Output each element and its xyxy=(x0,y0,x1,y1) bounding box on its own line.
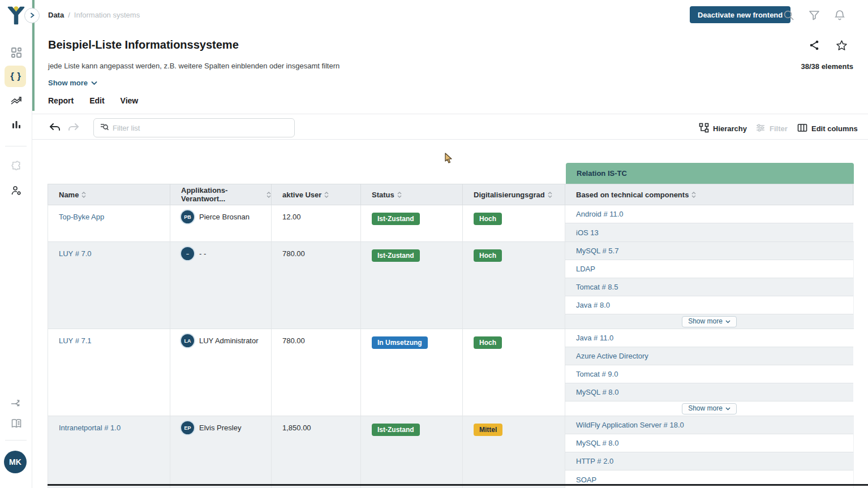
sort-icon[interactable] xyxy=(548,192,552,198)
component-link[interactable]: Azure Active Directory xyxy=(576,352,648,360)
column-header-name[interactable]: Name xyxy=(48,184,170,205)
sort-icon[interactable] xyxy=(81,192,86,198)
component-subrow: MySQL # 8.0 xyxy=(565,383,853,401)
components-show-more-row: Show more xyxy=(565,401,853,416)
sidebar-item-integrations[interactable] xyxy=(0,391,32,412)
chevron-down-icon xyxy=(725,317,731,325)
column-header-status[interactable]: Status xyxy=(361,184,463,205)
page-menu: Report Edit View xyxy=(48,96,138,105)
component-link[interactable]: iOS 13 xyxy=(576,228,599,237)
component-subrow: MySQL # 8.0 xyxy=(565,434,853,452)
menu-edit[interactable]: Edit xyxy=(89,96,104,105)
component-link[interactable]: HTTP # 2.0 xyxy=(576,457,613,465)
component-subrow: LDAP xyxy=(565,260,853,278)
split-arrow-icon xyxy=(10,396,23,407)
notification-bell-icon[interactable] xyxy=(833,9,846,21)
component-link[interactable]: Android # 11.0 xyxy=(576,210,624,218)
component-subrow: Tomcat # 9.0 xyxy=(565,365,853,383)
show-more-toggle[interactable]: Show more xyxy=(48,79,97,87)
sidebar-item-user-admin[interactable] xyxy=(0,180,32,201)
cell-components: MySQL # 5.7 LDAP Tomcat # 8.5 Java # 8.0… xyxy=(565,242,853,329)
user-settings-icon xyxy=(11,185,22,196)
search-icon[interactable] xyxy=(783,9,795,21)
global-filter-icon[interactable] xyxy=(808,9,820,21)
owner-avatar: EP xyxy=(181,421,194,434)
filter-list-field[interactable] xyxy=(93,118,295,137)
user-avatar[interactable]: MK xyxy=(4,451,27,473)
owner-avatar: PB xyxy=(181,210,194,223)
components-show-more-button[interactable]: Show more xyxy=(682,403,737,414)
column-header-based-on-technical-components[interactable]: Based on technical components xyxy=(565,184,853,205)
cell-active-users: 780.00 xyxy=(272,242,361,329)
column-header-digitalisierungsgrad[interactable]: Digitalisierungsgrad xyxy=(463,184,565,205)
cell-active-users: 12.00 xyxy=(272,205,361,241)
sort-icon[interactable] xyxy=(397,192,402,198)
component-link[interactable]: MySQL # 8.0 xyxy=(576,388,618,396)
table-row[interactable]: Intranetportal # 1.0 EPElvis Presley 1,8… xyxy=(48,416,854,488)
filter-label: Filter xyxy=(770,124,788,133)
name-link[interactable]: LUY # 7.1 xyxy=(59,336,92,345)
column-header-owner[interactable]: Applikations-Verantwort... xyxy=(170,184,272,205)
filter-list-input[interactable] xyxy=(113,124,289,132)
grad-badge: Hoch xyxy=(474,249,502,262)
component-link[interactable]: Java # 11.0 xyxy=(576,334,613,342)
cell-owner: PBPierce Brosnan xyxy=(170,205,272,241)
component-link[interactable]: LDAP xyxy=(576,265,595,273)
sort-icon[interactable] xyxy=(324,192,329,198)
sidebar-item-charts[interactable] xyxy=(0,114,32,136)
table-row[interactable]: LUY # 7.1 LALUY Administrator 780.00 In … xyxy=(48,329,854,416)
component-link[interactable]: MySQL # 5.7 xyxy=(576,247,618,255)
sidebar-expand-button[interactable] xyxy=(24,8,40,23)
breadcrumb-data[interactable]: Data xyxy=(48,11,64,19)
component-link[interactable]: SOAP xyxy=(576,476,596,484)
cell-status: Ist-Zustand xyxy=(361,205,463,241)
cell-components: WildFly Application Server # 18.0 MySQL … xyxy=(565,416,853,488)
component-link[interactable]: Tomcat # 8.5 xyxy=(576,283,618,291)
hierarchy-button[interactable]: Hierarchy xyxy=(699,122,747,135)
owner-name: Elvis Presley xyxy=(199,422,241,432)
undo-button[interactable] xyxy=(48,122,63,135)
favorite-star-icon[interactable] xyxy=(836,40,847,51)
table-row[interactable]: LUY # 7.0 –- - 780.00 Ist-Zustand Hoch M… xyxy=(48,242,854,329)
sidebar-item-dashboard[interactable] xyxy=(0,42,32,63)
status-badge: Ist-Zustand xyxy=(372,424,420,436)
hierarchy-icon xyxy=(699,123,709,135)
components-show-more-row: Show more xyxy=(565,314,853,329)
column-header-active-users[interactable]: aktive User xyxy=(272,184,361,205)
table-row[interactable]: Top-Byke App PBPierce Brosnan 12.00 Ist-… xyxy=(48,205,854,242)
component-link[interactable]: WildFly Application Server # 18.0 xyxy=(576,421,684,429)
avatar-initials: MK xyxy=(9,457,22,467)
name-link[interactable]: LUY # 7.0 xyxy=(59,249,92,258)
component-subrow: Android # 11.0 xyxy=(565,205,853,223)
menu-report[interactable]: Report xyxy=(48,96,74,105)
component-link[interactable]: Java # 8.0 xyxy=(576,301,610,309)
sidebar-item-plugins[interactable] xyxy=(0,155,32,176)
components-show-more-button[interactable]: Show more xyxy=(682,316,737,327)
section-divider-top xyxy=(32,114,868,114)
cell-digitalisierungsgrad: Hoch xyxy=(463,242,565,329)
page-title: Beispiel-Liste Informationssysteme xyxy=(48,38,239,51)
menu-view[interactable]: View xyxy=(121,96,139,105)
edit-columns-button[interactable]: Edit columns xyxy=(797,122,858,135)
component-link[interactable]: Tomcat # 9.0 xyxy=(576,370,618,378)
sort-icon[interactable] xyxy=(267,192,271,198)
component-subrow: Java # 8.0 xyxy=(565,296,853,314)
name-link[interactable]: Intranetportal # 1.0 xyxy=(59,424,121,432)
redo-button[interactable] xyxy=(67,122,81,135)
deactivate-frontend-button[interactable]: Deactivate new frontend xyxy=(690,6,790,23)
share-icon[interactable] xyxy=(809,40,820,51)
sort-icon[interactable] xyxy=(691,192,696,198)
group-header-relation-is-tc: Relation IS-TC xyxy=(566,163,854,184)
component-link[interactable]: MySQL # 8.0 xyxy=(576,439,618,447)
filter-button[interactable]: Filter xyxy=(755,122,788,135)
sidebar-item-documentation[interactable] xyxy=(0,413,32,434)
component-subrow: MySQL # 5.7 xyxy=(565,242,853,260)
cell-digitalisierungsgrad: Mittel xyxy=(463,416,565,488)
name-link[interactable]: Top-Byke App xyxy=(59,213,104,221)
luy-logo-icon[interactable] xyxy=(6,5,26,28)
group-header-row: Relation IS-TC xyxy=(48,163,854,184)
chevron-right-icon xyxy=(29,11,35,20)
sidebar-item-reports[interactable] xyxy=(0,90,32,111)
sidebar-item-data[interactable]: { } xyxy=(0,66,32,87)
grad-badge: Hoch xyxy=(474,336,502,349)
